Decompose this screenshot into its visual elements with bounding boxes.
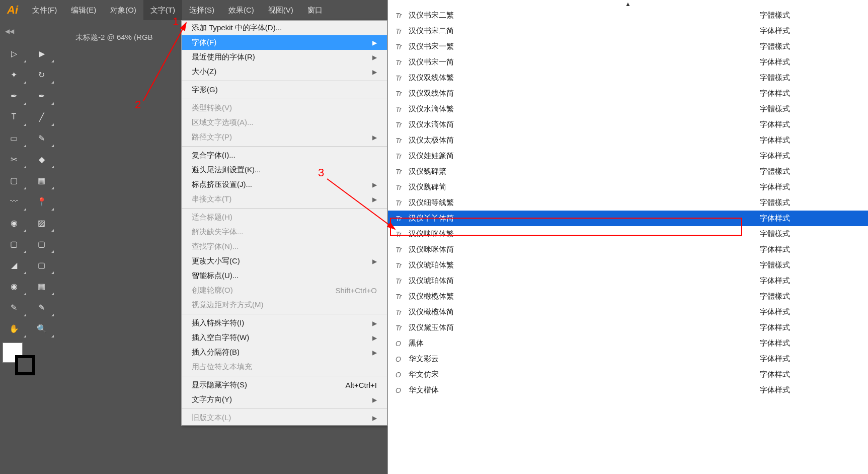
menu-file[interactable]: 文件(F) <box>25 0 64 20</box>
tool-button[interactable]: ▶ <box>28 43 55 64</box>
font-sample-label: 字體樣式 <box>760 292 860 301</box>
tool-button[interactable]: ▨ <box>28 212 55 233</box>
tool-button[interactable]: ▢ <box>0 233 28 254</box>
scroll-up-icon[interactable]: ▲ <box>388 0 868 8</box>
font-name-label: 汉仪魏碑繁 <box>409 167 760 176</box>
app-logo: Ai <box>0 0 25 20</box>
menu-effect[interactable]: 效果(C) <box>221 0 261 20</box>
font-list-item[interactable]: Tr汉仪咪咪体简字体样式 <box>388 242 868 257</box>
menu-item[interactable]: 标点挤压设置(J)...▶ <box>182 177 387 192</box>
font-sample-label: 字体样式 <box>760 385 860 395</box>
font-list-item[interactable]: Tr汉仪书宋二简字体样式 <box>388 23 868 39</box>
font-type-icon: Tr <box>396 277 409 285</box>
font-list-item[interactable]: Tr汉仪琥珀体繁字體樣式 <box>388 257 868 273</box>
font-list-item[interactable]: O华文仿宋字体样式 <box>388 367 868 382</box>
tool-button[interactable]: ▦ <box>28 276 55 297</box>
menu-item[interactable]: 最近使用的字体(R)▶ <box>182 50 387 64</box>
tool-button[interactable]: 📍 <box>28 191 55 212</box>
font-sample-label: 字体样式 <box>760 136 860 145</box>
tool-button[interactable]: 🔍 <box>28 318 55 339</box>
font-list-item[interactable]: O黑体字体样式 <box>388 335 868 351</box>
font-name-label: 汉仪细等线繁 <box>409 198 760 208</box>
font-list-item[interactable]: Tr汉仪书宋一繁字體樣式 <box>388 39 868 54</box>
font-list-item[interactable]: Tr汉仪书宋二繁字體樣式 <box>388 8 868 23</box>
document-tab[interactable]: 未标题-2 @ 64% (RGB <box>68 28 161 47</box>
tool-button[interactable]: ✒ <box>0 85 28 106</box>
font-sample-label: 字體樣式 <box>760 229 860 239</box>
font-list-item[interactable]: Tr汉仪太极体简字体样式 <box>388 132 868 148</box>
tool-button[interactable]: ↻ <box>28 64 55 85</box>
menu-item[interactable]: 插入空白字符(W)▶ <box>182 330 387 345</box>
tool-button[interactable]: 〰 <box>0 191 28 212</box>
tool-button[interactable]: T <box>0 106 28 127</box>
font-list-item[interactable]: Tr汉仪咪咪体繁字體樣式 <box>388 226 868 242</box>
font-name-label: 汉仪书宋二简 <box>409 26 760 36</box>
tool-button[interactable]: ▢ <box>28 254 55 276</box>
font-list-item[interactable]: Tr汉仪魏碑繁字體樣式 <box>388 164 868 179</box>
menu-window[interactable]: 窗口 <box>300 0 330 20</box>
font-list-item[interactable]: Tr汉仪双线体简字体样式 <box>388 86 868 101</box>
font-list-item[interactable]: Tr汉仪魏碑简字体样式 <box>388 179 868 195</box>
font-name-label: 汉仪太极体简 <box>409 136 760 145</box>
menu-item[interactable]: 字形(G) <box>182 83 387 97</box>
font-list-item[interactable]: Tr汉仪橄榄体繁字體樣式 <box>388 289 868 304</box>
font-list-item[interactable]: Tr汉仪黛玉体简字体样式 <box>388 320 868 335</box>
menu-item[interactable]: 避头尾法则设置(K)... <box>182 163 387 177</box>
tool-button[interactable]: ✎ <box>28 127 55 149</box>
menu-separator <box>182 99 387 99</box>
font-type-icon: Tr <box>396 43 409 51</box>
tool-button[interactable]: ╱ <box>28 106 55 127</box>
font-list-item[interactable]: O华文楷体字体样式 <box>388 382 868 398</box>
tool-button[interactable]: ✎ <box>28 297 55 318</box>
tool-button[interactable]: ✒ <box>28 85 55 106</box>
menu-view[interactable]: 视图(V) <box>261 0 300 20</box>
font-list-item[interactable]: Tr汉仪丫丫体简字体样式 <box>388 211 868 226</box>
font-list-item[interactable]: Tr汉仪双线体繁字體樣式 <box>388 70 868 86</box>
font-list-item[interactable]: Tr汉仪娃娃篆简字体样式 <box>388 148 868 164</box>
tool-button[interactable]: ✦ <box>0 64 28 85</box>
tool-button[interactable]: ✎ <box>0 297 28 318</box>
font-list-item[interactable]: Tr汉仪琥珀体简字体样式 <box>388 273 868 289</box>
tool-button[interactable]: ✋ <box>0 318 28 339</box>
panel-collapse-icon[interactable]: ◀◀ <box>5 28 14 35</box>
menu-item[interactable]: 智能标点(U)... <box>182 268 387 283</box>
font-name-label: 华文彩云 <box>409 354 760 364</box>
font-list-item[interactable]: Tr汉仪水滴体繁字體樣式 <box>388 101 868 117</box>
tool-button[interactable]: ▦ <box>28 170 55 191</box>
stroke-swatch[interactable] <box>15 355 35 375</box>
menu-edit[interactable]: 编辑(E) <box>64 0 103 20</box>
menu-item[interactable]: 插入特殊字符(I)▶ <box>182 316 387 330</box>
font-list-item[interactable]: Tr汉仪水滴体简字体样式 <box>388 117 868 132</box>
menu-item[interactable]: 大小(Z)▶ <box>182 64 387 79</box>
font-type-icon: Tr <box>396 168 409 176</box>
tool-button[interactable]: ✂ <box>0 149 28 170</box>
tool-button[interactable]: ◉ <box>0 276 28 297</box>
font-list-item[interactable]: Tr汉仪细等线繁字體樣式 <box>388 195 868 211</box>
tool-button[interactable]: ▷ <box>0 43 28 64</box>
font-list-item[interactable]: Tr汉仪书宋一简字体样式 <box>388 54 868 70</box>
menu-item[interactable]: 添加 Typekit 中的字体(D)... <box>182 21 387 35</box>
font-type-icon: Tr <box>396 230 409 238</box>
menu-item[interactable]: 文字方向(Y)▶ <box>182 392 387 407</box>
font-list-item[interactable]: O华文彩云字体样式 <box>388 351 868 367</box>
menu-select[interactable]: 选择(S) <box>182 0 221 20</box>
menu-type[interactable]: 文字(T) <box>143 0 182 20</box>
font-name-label: 华文楷体 <box>409 385 760 395</box>
font-sample-label: 字体样式 <box>760 26 860 36</box>
menu-item[interactable]: 复合字体(I)... <box>182 148 387 163</box>
menu-item[interactable]: 显示隐藏字符(S)Alt+Ctrl+I <box>182 378 387 392</box>
tool-button[interactable]: ◢ <box>0 254 28 276</box>
menu-item: 适合标题(H) <box>182 210 387 225</box>
font-name-label: 汉仪丫丫体简 <box>409 214 760 223</box>
tool-button[interactable]: ▢ <box>0 170 28 191</box>
font-sample-label: 字体样式 <box>760 245 860 254</box>
font-list-item[interactable]: Tr汉仪橄榄体简字体样式 <box>388 304 868 320</box>
tool-button[interactable]: ▢ <box>28 233 55 254</box>
menu-item[interactable]: 插入分隔符(B)▶ <box>182 345 387 360</box>
tool-button[interactable]: ▭ <box>0 127 28 149</box>
tool-button[interactable]: ◆ <box>28 149 55 170</box>
tool-button[interactable]: ◉ <box>0 212 28 233</box>
menu-object[interactable]: 对象(O) <box>103 0 143 20</box>
menu-item[interactable]: 字体(F)▶ <box>182 35 387 50</box>
menu-item[interactable]: 更改大小写(C)▶ <box>182 254 387 268</box>
